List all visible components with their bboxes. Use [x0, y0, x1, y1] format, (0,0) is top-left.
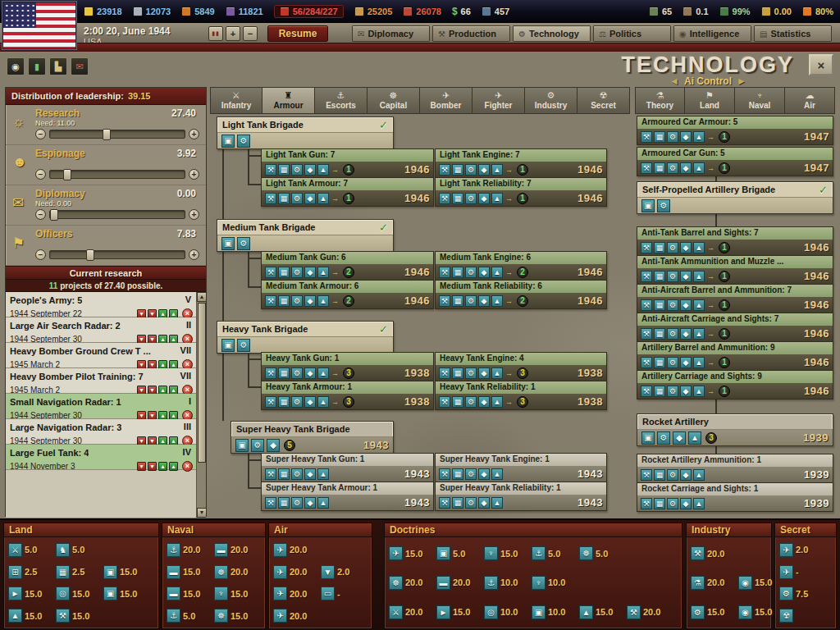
tab-production[interactable]: ⚒Production: [432, 25, 510, 42]
mail-message-button[interactable]: ✉: [71, 57, 89, 75]
ai-control-prev-icon[interactable]: ◄: [669, 75, 679, 87]
tech-tab-theory[interactable]: ⚗Theory: [635, 87, 685, 114]
ledger-message-button[interactable]: ▙: [49, 57, 67, 75]
tech-super-heavy-tank-engine-1[interactable]: Super Heavy Tank Engine: 1⚒▦⚙◆▲1943: [435, 453, 607, 482]
tech-title: Artillery Barrel and Ammunition: 9: [637, 342, 833, 354]
cancel-research-button[interactable]: ×: [182, 461, 193, 472]
tech-anti-tank-ammunition-and-muzzle[interactable]: Anti-Tank Ammunition and Muzzle ...⚒▦⚙◆▲…: [637, 255, 833, 285]
tech-brigade-rocket-artillery[interactable]: Rocket Artillery▣⚙◆▲31939: [637, 413, 833, 446]
priority-down-button[interactable]: ▼: [137, 462, 146, 471]
tech-tab-secret[interactable]: ☢Secret: [578, 87, 630, 114]
speed-down-button[interactable]: −: [243, 26, 258, 41]
tech-tab-capital[interactable]: ☸Capital: [368, 87, 420, 114]
tab-technology[interactable]: ⚙Technology: [513, 25, 591, 42]
tech-tab-escorts[interactable]: ⚓Escorts: [315, 87, 368, 114]
tech-super-heavy-tank-armour-1[interactable]: Super Heavy Tank Armour: 1⚒▦⚙◆▲1943: [261, 482, 434, 511]
officers-decrease-button[interactable]: −: [35, 249, 46, 260]
statistics-tab-icon: ▤: [760, 30, 767, 39]
research-slider[interactable]: [49, 130, 185, 139]
tech-light-tank-engine-7[interactable]: Light Tank Engine: 7⚒▦⚙◆▲→11946: [435, 148, 607, 178]
officers-increase-button[interactable]: +: [189, 249, 199, 260]
radio-message-button[interactable]: ◉: [7, 57, 25, 75]
diplomacy-decrease-button[interactable]: −: [35, 209, 46, 220]
research-slider-handle[interactable]: [103, 129, 111, 140]
tech-heavy-tank-reliability-1[interactable]: Heavy Tank Reliability: 1⚒▦⚙◆▲→31938: [435, 381, 607, 410]
tech-tab-infantry[interactable]: ⚔Infantry: [210, 87, 262, 114]
tech-tab-bomber[interactable]: ✈Bomber: [420, 87, 472, 114]
tech-component-icon: ▦: [654, 299, 665, 311]
tech-rocket-carriage-and-sights-1[interactable]: Rocket Carriage and Sights: 1⚒▦⚙◆▲1939: [637, 482, 833, 512]
tech-light-tank-reliability-7[interactable]: Light Tank Reliability: 7⚒▦⚙◆▲→11946: [435, 177, 607, 207]
tech-component-icon: ⚒: [265, 164, 276, 176]
tech-anti-aircraft-barrel-and-ammunition-7[interactable]: Anti-Aircraft Barrel and Ammunition: 7⚒▦…: [637, 284, 833, 313]
tech-medium-tank-armour-6[interactable]: Medium Tank Armour: 6⚒▦⚙◆▲→21946: [261, 280, 434, 309]
tab-statistics[interactable]: ▤Statistics: [754, 25, 832, 42]
tech-heavy-tank-armour-1[interactable]: Heavy Tank Armour: 1⚒▦⚙◆▲→31938: [261, 381, 434, 410]
tech-light-tank-gun-7[interactable]: Light Tank Gun: 7⚒▦⚙◆▲→11946: [261, 148, 434, 178]
tech-brigade-heavy-tank-brigade[interactable]: Heavy Tank Brigade✓▣⚙: [217, 321, 394, 354]
tab-diplomacy[interactable]: ✉Diplomacy: [352, 25, 430, 42]
tech-super-heavy-tank-gun-1[interactable]: Super Heavy Tank Gun: 1⚒▦⚙◆▲1943: [261, 453, 434, 482]
espionage-increase-button[interactable]: +: [189, 169, 199, 180]
tab-politics[interactable]: ⚖Politics: [593, 25, 671, 42]
tech-points: 15.0: [72, 611, 89, 621]
diplomacy-slider-handle[interactable]: [50, 209, 58, 221]
espionage-slider-handle[interactable]: [63, 169, 71, 180]
resume-button[interactable]: Resume: [267, 25, 328, 42]
tech-tab-naval[interactable]: ♆Naval: [735, 87, 785, 114]
oil-icon: [226, 7, 235, 16]
tech-summary-cruiser: ▬15.0: [167, 565, 209, 579]
tech-medium-tank-reliability-6[interactable]: Medium Tank Reliability: 6⚒▦⚙◆▲→21946: [435, 280, 607, 309]
tech-heavy-tank-gun-1[interactable]: Heavy Tank Gun: 1⚒▦⚙◆▲→31938: [261, 352, 434, 381]
close-button[interactable]: ×: [809, 54, 833, 75]
tech-tab-industry[interactable]: ⚙Industry: [525, 87, 578, 114]
ai-control-selector[interactable]: ◄Ai Control►: [622, 75, 794, 87]
money-income-icon: [761, 7, 771, 16]
espionage-decrease-button[interactable]: −: [35, 169, 46, 180]
move-up-button[interactable]: ▲: [158, 462, 167, 471]
tech-medium-tank-gun-6[interactable]: Medium Tank Gun: 6⚒▦⚙◆▲→21946: [261, 251, 434, 281]
diplomacy-icon: ✉: [12, 194, 24, 212]
tech-brigade-medium-tank-brigade[interactable]: Medium Tank Brigade✓▣⚙: [217, 219, 394, 252]
priority-up-button[interactable]: ▲: [169, 462, 178, 471]
diplomacy-increase-button[interactable]: +: [189, 209, 199, 220]
tech-connector: [248, 487, 261, 489]
tech-super-heavy-tank-reliability-1[interactable]: Super Heavy Tank Reliability: 1⚒▦⚙◆▲1943: [435, 482, 607, 511]
research-increase-button[interactable]: +: [189, 129, 199, 139]
officers-slider-handle[interactable]: [86, 249, 94, 261]
tech-tab-fighter[interactable]: ✈Fighter: [472, 87, 525, 114]
tech-artillery-barrel-and-ammunition-9[interactable]: Artillery Barrel and Ammunition: 9⚒▦⚙◆▲→…: [637, 341, 833, 371]
tech-armoured-car-gun-5[interactable]: Armoured Car Gun: 5⚒▦⚙◆▲→11947: [637, 147, 833, 176]
leadership-header: Distribution of leadership: 39.15: [6, 88, 206, 105]
tech-year: 1946: [578, 294, 603, 307]
research-decrease-button[interactable]: −: [35, 129, 46, 139]
espionage-slider[interactable]: [49, 170, 185, 179]
move-down-button[interactable]: ▼: [148, 462, 157, 471]
pause-button[interactable]: ▮▮: [208, 26, 223, 41]
tech-brigade-self-propelled-artillery-brigade[interactable]: Self-Propelled Artillery Brigade✓▣⚙: [637, 181, 833, 214]
tech-light-tank-armour-7[interactable]: Light Tank Armour: 7⚒▦⚙◆▲→11946: [261, 177, 434, 207]
tech-anti-tank-barrel-and-sights-7[interactable]: Anti-Tank Barrel and Sights: 7⚒▦⚙◆▲→1194…: [637, 226, 833, 256]
diplomacy-slider[interactable]: [49, 210, 185, 219]
tech-tab-armour[interactable]: ♜Armour: [262, 87, 315, 114]
tech-brigade-super-heavy-tank-brigade[interactable]: Super Heavy Tank Brigade▣⚙◆51943: [231, 421, 394, 454]
tech-brigade-light-tank-brigade[interactable]: Light Tank Brigade✓▣⚙: [217, 116, 394, 149]
tech-tab-air[interactable]: ☁Air: [785, 87, 835, 114]
tech-artillery-carriage-and-sights-9[interactable]: Artillery Carriage and Sights: 9⚒▦⚙◆▲→11…: [637, 370, 833, 399]
tab-intelligence[interactable]: ◉Intelligence: [673, 25, 751, 42]
tech-tab-land[interactable]: ⚑Land: [685, 87, 735, 114]
tech-armoured-car-armour-5[interactable]: Armoured Car Armour: 5⚒▦⚙◆▲→11947: [637, 116, 833, 145]
tech-rocket-artillery-ammunition-1[interactable]: Rocket Artillery Ammunition: 1⚒▦⚙◆▲1939: [637, 454, 833, 483]
speed-up-button[interactable]: +: [226, 26, 240, 41]
ai-control-next-icon[interactable]: ►: [737, 75, 746, 87]
scroll-up-icon[interactable]: ▲: [197, 292, 206, 302]
officers-slider[interactable]: [49, 250, 185, 259]
tech-anti-aircraft-carriage-and-sights-7[interactable]: Anti-Aircraft Carriage and Sights: 7⚒▦⚙◆…: [637, 313, 833, 342]
overview-panel-title: Industry: [687, 523, 771, 537]
tech-medium-tank-engine-6[interactable]: Medium Tank Engine: 6⚒▦⚙◆▲→21946: [435, 251, 607, 281]
tech-heavy-tank-engine-4[interactable]: Heavy Tank Engine: 4⚒▦⚙◆▲→31938: [435, 352, 607, 381]
scroll-thumb[interactable]: [198, 303, 206, 463]
destroyer-icon: ▬: [214, 543, 228, 557]
graphs-message-button[interactable]: ▮: [28, 57, 46, 75]
scroll-down-icon[interactable]: ▼: [197, 508, 206, 518]
